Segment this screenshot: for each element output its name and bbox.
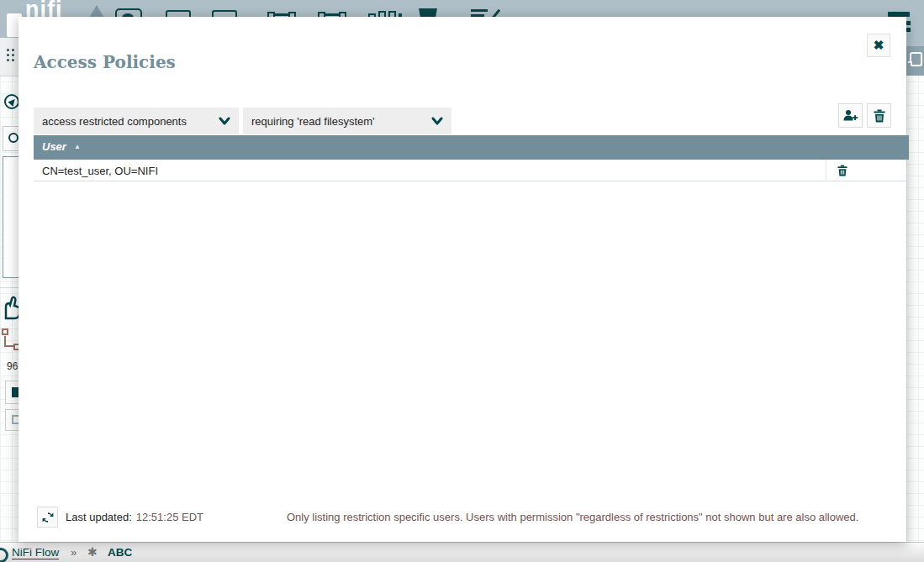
users-table-header[interactable]: User ▲ [34, 135, 909, 160]
component-id-fragment: 96 [7, 360, 18, 372]
user-column-header[interactable]: User [42, 140, 66, 153]
delete-policy-button[interactable] [867, 103, 891, 128]
refresh-button[interactable] [37, 507, 58, 528]
status-bar-right-fragment [906, 46, 924, 76]
spinner-icon: ✱ [87, 545, 98, 559]
policy-action-value: access restricted components [42, 115, 187, 128]
navigate-compass-icon [4, 94, 18, 109]
dialog-footer: Last updated: 12:51:25 EDT [37, 506, 203, 528]
trash-icon [874, 109, 885, 123]
breadcrumb-root-link[interactable]: NiFi Flow [12, 546, 59, 559]
operate-hand-icon [3, 295, 18, 320]
row-actions-cell [826, 160, 909, 181]
add-user-button[interactable] [838, 103, 863, 128]
corner-decoration [0, 548, 8, 562]
policy-scope-dropdown[interactable]: requiring 'read filesystem' [243, 108, 451, 134]
chevron-down-icon [431, 115, 443, 127]
policy-action-dropdown[interactable]: access restricted components [34, 108, 239, 134]
nifi-app: nifi [0, 0, 924, 562]
magnifier-icon [8, 133, 18, 143]
breadcrumb-current-group[interactable]: ABC [108, 546, 132, 559]
selected-component-icon [2, 328, 18, 355]
user-plus-icon [843, 109, 858, 122]
restriction-note: Only listing restriction specific users.… [287, 511, 858, 523]
refresh-icon [42, 512, 54, 523]
global-menu-icon-fragment [906, 28, 911, 32]
global-menu-icon-fragment [906, 21, 911, 25]
last-updated-label: Last updated: [66, 511, 132, 523]
breadcrumb-separator: » [71, 546, 77, 559]
operate-palette-edge [0, 287, 18, 288]
table-row: CN=test_user, OU=NIFI [34, 160, 909, 181]
close-icon[interactable]: ✖ [867, 34, 890, 57]
remove-user-icon[interactable] [837, 165, 847, 176]
last-updated-value: 12:51:25 EDT [136, 511, 203, 523]
operate-button-fragment[interactable] [5, 409, 18, 431]
dialog-title: Access Policies [34, 52, 176, 72]
breadcrumb: NiFi Flow » ✱ ABC [0, 542, 924, 562]
chevron-down-icon [219, 115, 230, 127]
status-bar-fragment [0, 38, 18, 76]
left-palettes-fragment: 96 [0, 76, 18, 542]
policy-scope-value: requiring 'read filesystem' [251, 115, 375, 128]
birdseye-view-fragment[interactable] [3, 156, 18, 278]
user-identity-cell: CN=test_user, OU=NIFI [42, 165, 158, 177]
note-icon-fold [908, 61, 912, 66]
operate-button-fragment[interactable] [5, 381, 18, 404]
access-policies-dialog: ✖ Access Policies access restricted comp… [18, 17, 906, 542]
sort-asc-icon: ▲ [74, 143, 81, 150]
zoom-button-fragment[interactable] [3, 126, 18, 151]
